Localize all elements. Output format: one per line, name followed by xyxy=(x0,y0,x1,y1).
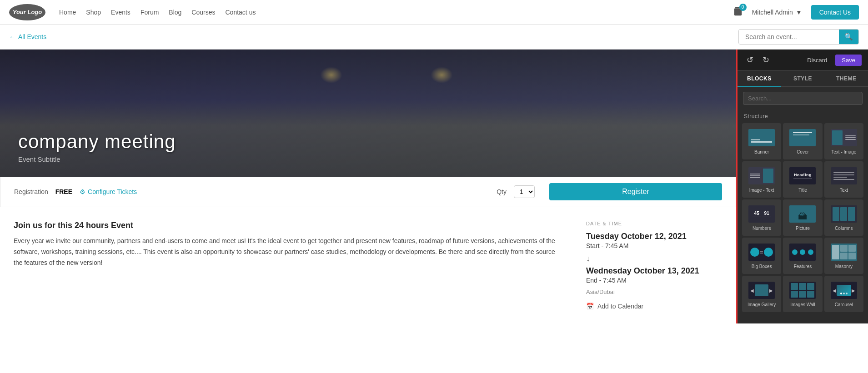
admin-name: Mitchell Admin xyxy=(752,9,793,16)
feat-dot-2 xyxy=(800,249,805,255)
block-big-boxes[interactable]: Big Boxes xyxy=(742,238,781,274)
columns-thumb-img xyxy=(831,205,857,223)
gallery-thumb-img xyxy=(748,282,775,299)
event-title: company meeting xyxy=(18,131,718,153)
add-calendar-label: Add to Calendar xyxy=(597,303,643,310)
panel-search-input[interactable] xyxy=(743,92,863,105)
col-3 xyxy=(848,207,855,221)
block-cover[interactable]: Cover xyxy=(783,123,822,159)
block-banner[interactable]: Banner xyxy=(742,123,781,159)
car-dot-2 xyxy=(843,293,845,294)
event-sidebar: DATE & TIME Tuesday October 12, 2021 Sta… xyxy=(586,221,722,310)
cart-icon[interactable]: 0 xyxy=(733,6,743,18)
iw-cell-3 xyxy=(807,283,814,290)
ti-line-3 xyxy=(845,139,856,140)
panel-header: ↺ ↻ Discard Save xyxy=(738,50,868,71)
tx-line-1 xyxy=(833,172,854,173)
undo-button[interactable]: ↺ xyxy=(744,54,756,66)
block-image-gallery[interactable]: Image Gallery xyxy=(742,276,781,312)
add-to-calendar-link[interactable]: 📅 Add to Calendar xyxy=(586,303,722,310)
tx-line-3 xyxy=(833,177,847,178)
num-col-2: 91 xyxy=(763,211,771,217)
iw-cell-4 xyxy=(791,291,798,298)
banner-label: Banner xyxy=(754,149,769,155)
bb-circle-2 xyxy=(764,248,773,257)
block-features[interactable]: Features xyxy=(783,238,822,274)
col-2 xyxy=(840,207,847,221)
date-time-label: DATE & TIME xyxy=(586,221,722,226)
block-text-image[interactable]: Text - Image xyxy=(824,123,863,159)
title-label: Title xyxy=(798,188,807,193)
it-line-3 xyxy=(750,177,760,178)
images-wall-thumb xyxy=(789,281,816,299)
block-picture[interactable]: Picture xyxy=(783,199,822,236)
tab-theme[interactable]: THEME xyxy=(824,71,868,87)
ms-cell-2 xyxy=(840,245,848,252)
h-line xyxy=(793,179,812,179)
logo[interactable]: Your Logo xyxy=(9,4,45,20)
block-carousel[interactable]: Carousel xyxy=(824,276,863,312)
col-1 xyxy=(833,207,839,221)
save-button[interactable]: Save xyxy=(835,55,862,66)
tab-style[interactable]: STYLE xyxy=(781,71,825,87)
cover-label: Cover xyxy=(797,149,809,155)
block-title[interactable]: Heading Title xyxy=(783,161,822,198)
block-text[interactable]: Text xyxy=(824,161,863,198)
search-input[interactable] xyxy=(739,30,839,44)
images-wall-thumb-img xyxy=(789,282,816,299)
heading-text: Heading xyxy=(794,173,812,177)
iw-cell-1 xyxy=(791,283,798,290)
image-text-thumb xyxy=(748,167,775,185)
registration-label: Registration xyxy=(14,188,48,195)
masonry-label: Masonry xyxy=(835,264,853,269)
nav-courses[interactable]: Courses xyxy=(191,9,215,16)
redo-button[interactable]: ↻ xyxy=(760,54,772,66)
nav-contact-us[interactable]: Contact us xyxy=(226,9,256,16)
discard-button[interactable]: Discard xyxy=(803,55,832,65)
columns-label: Columns xyxy=(835,226,853,231)
start-date: Tuesday October 12, 2021 xyxy=(586,232,722,241)
start-date-entry: Tuesday October 12, 2021 Start - 7:45 AM xyxy=(586,232,722,249)
tx-line-2 xyxy=(833,174,854,175)
search-button[interactable]: 🔍 xyxy=(839,30,858,44)
contact-us-button[interactable]: Contact Us xyxy=(811,5,859,20)
event-heading: Join us for this 24 hours Event xyxy=(14,221,563,230)
numbers-label: Numbers xyxy=(753,226,771,231)
event-body: Join us for this 24 hours Event Every ye… xyxy=(0,207,736,323)
banner-thumb xyxy=(748,129,775,147)
feat-dot-3 xyxy=(808,249,813,255)
carousel-img xyxy=(837,285,851,296)
admin-user[interactable]: Mitchell Admin ▼ xyxy=(752,9,802,16)
picture-label: Picture xyxy=(796,226,810,231)
gear-icon: ⚙ xyxy=(80,188,85,195)
block-numbers[interactable]: 45 91 Numbers xyxy=(742,199,781,236)
text-thumb-img xyxy=(831,167,857,184)
block-images-wall[interactable]: Images Wall xyxy=(783,276,822,312)
qty-select[interactable]: 1 2 3 xyxy=(514,185,535,198)
ti-line-1 xyxy=(845,135,856,136)
gal-img xyxy=(755,284,768,296)
numbers-thumb-img: 45 91 xyxy=(748,205,775,223)
big-boxes-thumb xyxy=(748,243,775,261)
nav-shop[interactable]: Shop xyxy=(86,9,101,16)
all-events-link[interactable]: ← All Events xyxy=(9,33,46,40)
block-masonry[interactable]: Masonry xyxy=(824,238,863,274)
nav-blog[interactable]: Blog xyxy=(169,9,181,16)
block-image-text[interactable]: Image - Text xyxy=(742,161,781,198)
big-boxes-thumb-img xyxy=(748,244,775,261)
configure-tickets-link[interactable]: ⚙ Configure Tickets xyxy=(80,188,137,195)
masonry-thumb-img xyxy=(831,244,857,261)
iw-cell-5 xyxy=(799,291,806,298)
nav-events[interactable]: Events xyxy=(111,9,130,16)
tx-line-4 xyxy=(833,179,854,180)
ms-cell-5 xyxy=(848,253,856,259)
tab-blocks[interactable]: BLOCKS xyxy=(738,71,781,87)
nav-home[interactable]: Home xyxy=(59,9,76,16)
register-button[interactable]: Register xyxy=(549,183,722,200)
hero-banner: company meeting Event Subtitle xyxy=(0,50,736,177)
nav-links: Home Shop Events Forum Blog Courses Cont… xyxy=(59,8,733,16)
panel-section-label: Structure xyxy=(738,109,868,121)
bb-line-1 xyxy=(760,251,763,252)
nav-forum[interactable]: Forum xyxy=(140,9,159,16)
block-columns[interactable]: Columns xyxy=(824,199,863,236)
